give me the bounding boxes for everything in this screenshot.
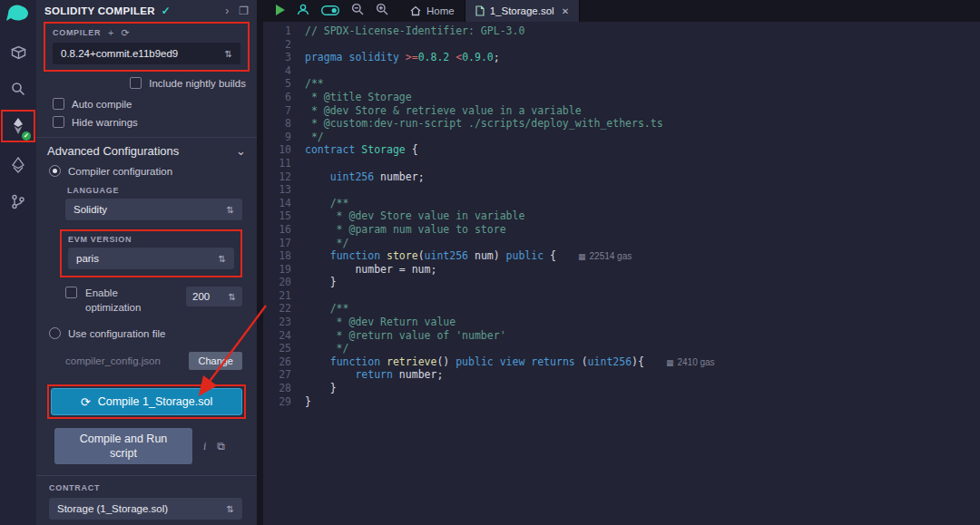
optimization-runs-value: 200 xyxy=(192,291,210,302)
line-number: 4 xyxy=(263,64,305,78)
line-number: 5 xyxy=(263,77,305,91)
stepper-arrows-icon: ⇅ xyxy=(229,292,236,302)
tab-home[interactable]: Home xyxy=(400,0,466,22)
line-number: 20 xyxy=(263,276,305,289)
line-number: 28 xyxy=(263,382,305,395)
line-number: 23 xyxy=(263,316,305,329)
code-text: } xyxy=(305,276,337,289)
panel-resize-handle[interactable] xyxy=(257,0,263,525)
line-number: 25 xyxy=(263,342,305,355)
select-arrows-icon: ⇅ xyxy=(225,49,232,59)
copy-icon[interactable]: ⧉ xyxy=(217,440,225,452)
enable-optimization-checkbox[interactable] xyxy=(65,287,77,298)
hide-warnings-label: Hide warnings xyxy=(72,117,138,128)
compiler-version-select[interactable]: 0.8.24+commit.e11b9ed9 ⇅ xyxy=(53,43,240,64)
code-editor[interactable]: 1// SPDX-License-Identifier: GPL-3.023pr… xyxy=(263,22,980,525)
code-line: 27 return number; xyxy=(263,368,980,382)
select-arrows-icon: ⇅ xyxy=(219,254,226,264)
language-value: Solidity xyxy=(74,204,107,215)
line-number: 29 xyxy=(263,395,305,409)
panel-pin-icon[interactable]: ❐ xyxy=(239,5,249,17)
tab-storage-sol[interactable]: 1_Storage.sol ✕ xyxy=(466,0,580,22)
divider xyxy=(36,475,257,476)
line-number: 13 xyxy=(263,183,305,197)
solidity-compiler-panel: SOLIDITY COMPILER ✓ › ❐ COMPILER + ⟳ 0.8… xyxy=(36,0,257,525)
code-lines: 1// SPDX-License-Identifier: GPL-3.023pr… xyxy=(263,24,980,408)
zoom-out-icon[interactable] xyxy=(351,3,364,19)
language-select[interactable]: Solidity ⇅ xyxy=(65,199,242,220)
code-text: // SPDX-License-Identifier: GPL-3.0 xyxy=(305,24,524,38)
code-line: 23 * @dev Return value xyxy=(263,316,980,329)
code-line: 29} xyxy=(263,395,980,409)
compiler-configuration-radio[interactable] xyxy=(49,165,61,177)
panel-header: SOLIDITY COMPILER ✓ › ❐ xyxy=(36,0,257,22)
line-number: 6 xyxy=(263,91,305,104)
code-line: 19 number = num; xyxy=(263,263,980,277)
file-explorer-icon[interactable] xyxy=(0,39,36,66)
zoom-in-icon[interactable] xyxy=(376,3,388,19)
evm-version-select[interactable]: paris ⇅ xyxy=(68,248,234,269)
line-number: 27 xyxy=(263,368,305,382)
evm-version-value: paris xyxy=(76,253,99,264)
info-icon[interactable]: i xyxy=(203,440,206,453)
deploy-run-icon[interactable] xyxy=(0,151,36,179)
line-number: 12 xyxy=(263,170,305,184)
auto-compile-label: Auto compile xyxy=(72,99,132,110)
solidity-compiler-annotation-box: ✓ xyxy=(1,110,35,142)
line-number: 2 xyxy=(263,38,305,52)
collapse-chevron-icon[interactable]: ⌄ xyxy=(236,144,246,158)
solidity-compiler-icon[interactable]: ✓ xyxy=(3,112,34,140)
panel-chevron-icon[interactable]: › xyxy=(225,5,229,17)
tab-storage-label: 1_Storage.sol xyxy=(490,5,554,16)
contract-label: CONTRACT xyxy=(49,483,257,492)
code-line: 12 uint256 number; xyxy=(263,170,980,184)
hide-warnings-checkbox[interactable] xyxy=(53,116,64,128)
compiled-check-icon: ✓ xyxy=(162,5,171,17)
run-script-icon[interactable] xyxy=(275,3,285,19)
compile-and-run-button[interactable]: Compile and Run script xyxy=(54,428,192,464)
code-text: number = num; xyxy=(305,263,436,277)
compile-refresh-icon: ⟳ xyxy=(81,395,91,409)
divider xyxy=(36,137,257,138)
use-configuration-file-radio[interactable] xyxy=(49,327,61,339)
compiler-configuration-label: Compiler configuration xyxy=(68,166,172,177)
code-text: uint256 number; xyxy=(305,170,425,184)
code-text: contract Storage { xyxy=(305,143,418,157)
code-text: /** xyxy=(305,77,324,91)
code-text: * @dev Return value xyxy=(305,316,462,329)
code-line: 11 xyxy=(263,157,980,170)
auto-compile-checkbox[interactable] xyxy=(53,98,64,110)
line-number: 22 xyxy=(263,302,305,316)
tab-close-icon[interactable]: ✕ xyxy=(562,6,569,16)
line-number: 16 xyxy=(263,223,305,237)
solidity-file-icon xyxy=(475,5,485,16)
line-number: 17 xyxy=(263,237,305,250)
optimization-runs-input[interactable]: 200 ⇅ xyxy=(186,287,242,306)
line-number: 18 xyxy=(263,249,305,263)
compile-button[interactable]: ⟳ Compile 1_Storage.sol xyxy=(51,388,242,415)
code-line: 22 /** xyxy=(263,302,980,316)
ai-copilot-icon[interactable] xyxy=(297,3,309,19)
use-configuration-file-label: Use configuration file xyxy=(68,328,165,339)
code-text: function retrieve() public view returns … xyxy=(305,355,715,369)
nightly-builds-checkbox[interactable] xyxy=(130,77,142,89)
line-number: 3 xyxy=(263,51,305,64)
change-config-button[interactable]: Change xyxy=(189,352,242,370)
compile-button-label: Compile 1_Storage.sol xyxy=(98,395,212,408)
reload-compiler-icon[interactable]: ⟳ xyxy=(122,28,130,38)
contract-select[interactable]: Storage (1_Storage.sol) ⇅ xyxy=(49,498,242,520)
code-line: 18 function store(uint256 num) public {▦… xyxy=(263,249,980,263)
remix-logo[interactable] xyxy=(5,3,31,23)
add-compiler-icon[interactable]: + xyxy=(108,28,113,38)
editor-area: Home 1_Storage.sol ✕ 1// SPDX-License-Id… xyxy=(263,0,980,525)
line-number: 1 xyxy=(263,24,305,38)
ai-copilot-toggle[interactable] xyxy=(321,3,339,19)
compiler-version-value: 0.8.24+commit.e11b9ed9 xyxy=(61,48,178,59)
code-text: /** xyxy=(305,302,348,316)
code-line: 17 */ xyxy=(263,237,980,250)
git-icon[interactable] xyxy=(0,188,36,215)
tab-home-label: Home xyxy=(426,5,455,16)
code-text: } xyxy=(305,382,337,395)
code-line: 13 xyxy=(263,183,980,197)
search-icon[interactable] xyxy=(0,75,36,102)
